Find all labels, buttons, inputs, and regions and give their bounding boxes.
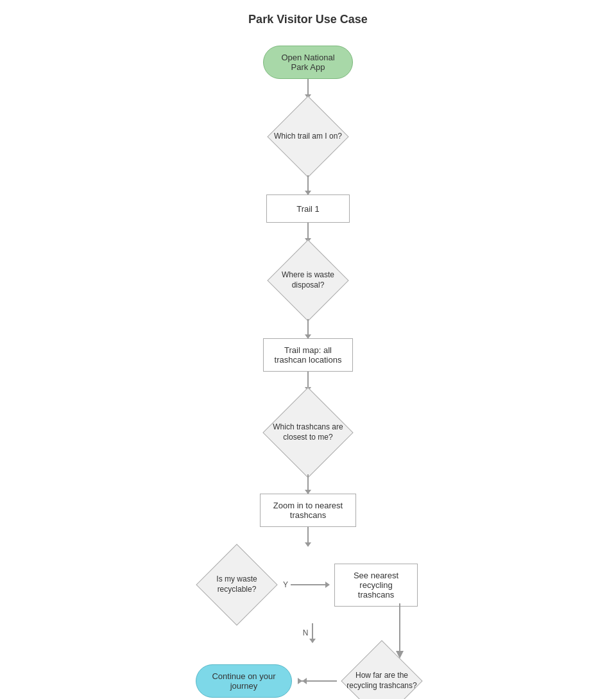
process-trail1: Trail 1 xyxy=(266,194,350,223)
arrow-4 xyxy=(307,319,309,338)
arrow-7 xyxy=(307,527,309,546)
arrow-h-y xyxy=(291,584,329,585)
process-trashcan-map: Trail map: all trashcan locations xyxy=(263,338,353,372)
diagram-container: Park Visitor Use Case Open National Park… xyxy=(0,0,616,699)
label-y: Y xyxy=(283,580,288,589)
decision-4: Is my waste recyclable? xyxy=(198,546,275,623)
arrow-h-left xyxy=(298,680,337,682)
arrow-2 xyxy=(307,175,309,194)
decision-3: Which trashcans are closest to me? xyxy=(266,391,350,474)
arrow-8 xyxy=(312,623,313,643)
decision-2: Where is waste disposal? xyxy=(270,242,346,319)
decision-1: Which trail am I on? xyxy=(270,98,346,175)
label-n: N xyxy=(303,628,309,637)
process-zoom: Zoom in to nearest trashcans xyxy=(260,494,356,527)
arrow-6 xyxy=(307,474,309,494)
page-title: Park Visitor Use Case xyxy=(248,13,368,26)
decision-5: How far are the recycling trashcans? xyxy=(343,643,420,699)
end-node: Continue on your journey xyxy=(196,664,292,698)
start-node: Open National Park App xyxy=(263,46,353,79)
process-see-recycling: See nearest recycling trashcans xyxy=(334,564,418,607)
